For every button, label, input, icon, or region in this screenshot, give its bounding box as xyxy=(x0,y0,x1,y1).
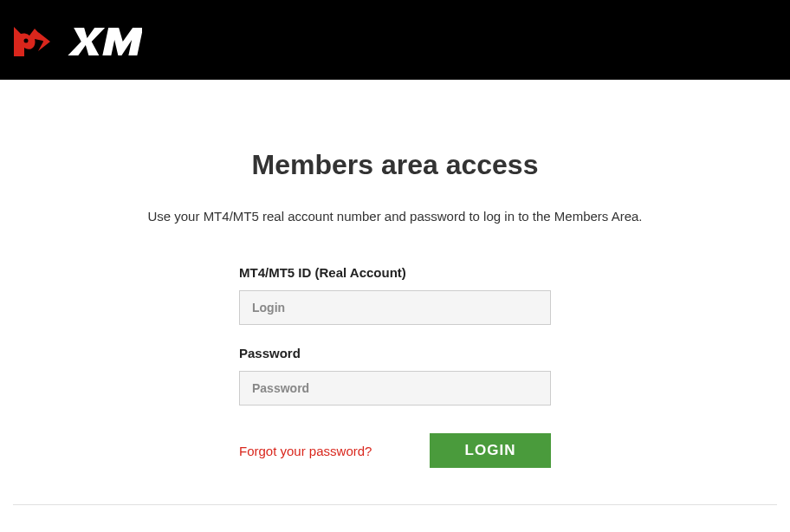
page-title: Members area access xyxy=(252,149,539,181)
top-strip xyxy=(0,0,790,7)
account-id-input[interactable] xyxy=(239,290,551,325)
bull-arrow-icon xyxy=(12,23,64,63)
password-label: Password xyxy=(239,346,551,360)
svg-point-0 xyxy=(24,39,29,43)
form-footer: Forgot your password? LOGIN xyxy=(239,433,551,468)
brand-text-icon xyxy=(68,24,142,62)
main-content: Members area access Use your MT4/MT5 rea… xyxy=(0,80,790,505)
login-form: MT4/MT5 ID (Real Account) Password Forgo… xyxy=(239,265,551,468)
page-subtitle: Use your MT4/MT5 real account number and… xyxy=(147,209,642,224)
account-id-label: MT4/MT5 ID (Real Account) xyxy=(239,265,551,280)
login-button[interactable]: LOGIN xyxy=(430,433,551,468)
forgot-password-link[interactable]: Forgot your password? xyxy=(239,444,372,458)
brand-logo[interactable] xyxy=(12,23,142,63)
password-input[interactable] xyxy=(239,371,551,405)
header xyxy=(0,7,790,80)
divider xyxy=(13,504,777,505)
